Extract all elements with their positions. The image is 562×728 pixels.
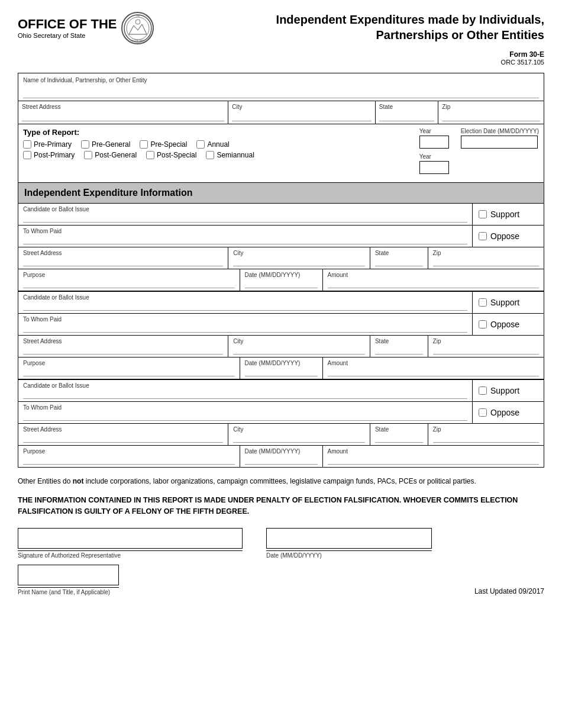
oppose-cell-1[interactable]: Oppose — [473, 226, 544, 247]
exp-addr-row-1: Street Address City State Zip — [18, 247, 544, 269]
support-item-3[interactable]: Support — [479, 384, 538, 397]
date-sig-block: Date (MM/DD/YYYY) — [266, 528, 432, 559]
exp-street-input-2[interactable] — [23, 344, 223, 355]
exp-city-input-1[interactable] — [233, 256, 365, 266]
candidate-label-1: Candidate or Ballot Issue — [23, 206, 467, 212]
exp-state-cell-2: State — [370, 336, 428, 357]
pre-primary-item[interactable]: Pre-Primary — [23, 140, 72, 149]
pre-general-item[interactable]: Pre-General — [81, 140, 130, 149]
annual-item[interactable]: Annual — [196, 140, 229, 149]
year-input-1[interactable] — [420, 136, 448, 148]
date-sig-input[interactable] — [267, 529, 431, 548]
date-input-1[interactable] — [245, 278, 318, 288]
exp-city-input-2[interactable] — [233, 344, 365, 355]
post-primary-label: Post-Primary — [34, 151, 75, 159]
oppose-item-2[interactable]: Oppose — [479, 318, 519, 331]
year-box-2 — [419, 161, 449, 174]
support-item-2[interactable]: Support — [479, 296, 538, 309]
to-whom-input-1[interactable] — [23, 234, 467, 244]
exp-zip-input-2[interactable] — [433, 344, 539, 355]
exp-street-label-2: Street Address — [23, 338, 223, 344]
oppose-checkbox-3[interactable] — [479, 408, 487, 417]
exp-street-input-1[interactable] — [23, 256, 223, 266]
amount-label-1: Amount — [328, 272, 540, 278]
signature-box[interactable] — [18, 528, 243, 549]
semiannual-checkbox[interactable] — [206, 151, 214, 159]
year-input-2[interactable] — [420, 162, 448, 173]
print-name-input[interactable] — [18, 565, 118, 585]
amount-input-2[interactable] — [328, 366, 540, 376]
zip-input[interactable] — [442, 111, 540, 121]
city-input[interactable] — [232, 111, 372, 121]
exp-street-input-3[interactable] — [23, 433, 223, 443]
name-input[interactable] — [23, 88, 539, 98]
support-checkbox-1[interactable] — [479, 210, 487, 218]
post-primary-item[interactable]: Post-Primary — [23, 151, 75, 159]
post-primary-checkbox[interactable] — [23, 151, 31, 159]
purpose-input-3[interactable] — [23, 455, 235, 465]
date-cell-2: Date (MM/DD/YYYY) — [240, 357, 323, 379]
exp-zip-input-3[interactable] — [433, 433, 539, 443]
amount-input-3[interactable] — [328, 455, 540, 465]
oppose-cell-3[interactable]: Oppose — [473, 402, 544, 423]
post-special-item[interactable]: Post-Special — [146, 151, 196, 159]
date-input-3[interactable] — [245, 455, 318, 465]
annual-checkbox[interactable] — [196, 140, 205, 149]
support-checkbox-3[interactable] — [479, 386, 487, 395]
penalty-text: THE INFORMATION CONTAINED IN THIS REPORT… — [18, 495, 544, 517]
oppose-cell-2[interactable]: Oppose — [473, 314, 544, 335]
exp-state-input-2[interactable] — [375, 344, 423, 355]
checkbox-row-2: Post-Primary Post-General Post-Special S… — [23, 151, 408, 159]
oppose-checkbox-1[interactable] — [479, 232, 487, 240]
semiannual-item[interactable]: Semiannual — [206, 151, 254, 159]
print-name-box[interactable] — [18, 565, 119, 585]
print-name-block: Print Name (and Title, if Applicable) — [18, 565, 119, 595]
post-special-checkbox[interactable] — [146, 151, 154, 159]
candidate-row-3: Candidate or Ballot Issue Support — [18, 380, 544, 402]
state-input[interactable] — [379, 111, 435, 121]
date-label-3: Date (MM/DD/YYYY) — [245, 448, 318, 455]
amount-input-1[interactable] — [328, 278, 540, 288]
oppose-item-1[interactable]: Oppose — [479, 230, 519, 243]
purpose-row-1: Purpose Date (MM/DD/YYYY) Amount — [18, 269, 544, 291]
oppose-checkbox-2[interactable] — [479, 320, 487, 328]
post-special-label: Post-Special — [157, 151, 196, 159]
date-sig-box[interactable] — [266, 528, 432, 549]
oppose-item-3[interactable]: Oppose — [479, 406, 519, 419]
exp-state-label-2: State — [375, 338, 423, 344]
purpose-label-3: Purpose — [23, 448, 235, 455]
to-whom-label-1: To Whom Paid — [23, 228, 467, 234]
post-general-checkbox[interactable] — [84, 151, 92, 159]
office-line1: OFFICE OF THE — [18, 17, 117, 31]
exp-zip-input-1[interactable] — [433, 256, 539, 266]
exp-state-input-1[interactable] — [375, 256, 423, 266]
exp-zip-label-1: Zip — [433, 250, 539, 256]
support-checkbox-2[interactable] — [479, 298, 487, 307]
candidate-input-2[interactable] — [23, 301, 467, 311]
to-whom-input-2[interactable] — [23, 323, 467, 333]
purpose-input-1[interactable] — [23, 278, 235, 288]
signature-input[interactable] — [18, 529, 242, 548]
svg-point-1 — [127, 17, 149, 40]
exp-city-input-3[interactable] — [233, 433, 365, 443]
pre-general-checkbox[interactable] — [81, 140, 89, 149]
date-input-2[interactable] — [245, 366, 318, 376]
post-general-item[interactable]: Post-General — [84, 151, 137, 159]
candidate-input-1[interactable] — [23, 212, 467, 223]
office-title: OFFICE OF THE Ohio Secretary of State — [18, 17, 117, 38]
expenditure-block-1: Candidate or Ballot Issue Support To Who… — [18, 204, 544, 292]
pre-special-checkbox[interactable] — [140, 140, 148, 149]
support-item-1[interactable]: Support — [479, 208, 538, 221]
pre-special-item[interactable]: Pre-Special — [140, 140, 187, 149]
print-name-label: Print Name (and Title, if Applicable) — [18, 587, 119, 595]
exp-state-input-3[interactable] — [375, 433, 423, 443]
to-whom-input-3[interactable] — [23, 411, 467, 421]
pre-primary-checkbox[interactable] — [23, 140, 31, 149]
purpose-input-2[interactable] — [23, 366, 235, 376]
street-input[interactable] — [22, 111, 224, 121]
pre-special-label: Pre-Special — [150, 140, 187, 149]
support-label-1: Support — [490, 210, 519, 219]
candidate-input-3[interactable] — [23, 389, 467, 399]
election-date-input[interactable] — [461, 136, 537, 148]
amount-cell-2: Amount — [323, 357, 544, 379]
